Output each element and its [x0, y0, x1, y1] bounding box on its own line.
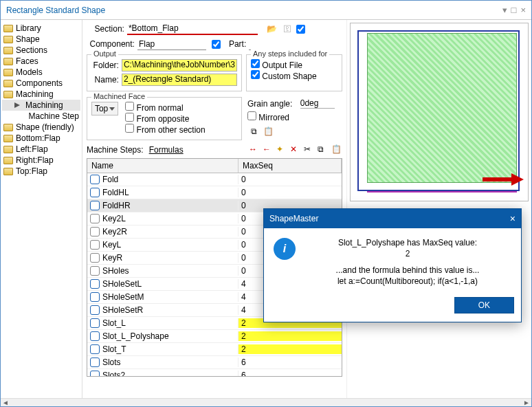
row-seq: 2 — [239, 344, 342, 354]
tree-item[interactable]: Library — [2, 23, 80, 34]
tree-item[interactable]: Top:Flap — [2, 166, 80, 177]
from-normal-checkbox[interactable]: From normal — [125, 103, 183, 113]
row-checkbox[interactable] — [90, 253, 100, 263]
row-checkbox[interactable] — [90, 318, 100, 328]
mirrored-checkbox[interactable]: Mirrored — [247, 113, 289, 122]
tree-item[interactable]: Faces — [2, 56, 80, 67]
tree-item[interactable]: Shape — [2, 34, 80, 45]
tree-item[interactable]: Sections — [2, 45, 80, 56]
row-name: KeyL — [102, 240, 121, 250]
part-input[interactable] — [249, 38, 304, 50]
tree-item[interactable]: Right:Flap — [2, 155, 80, 166]
scroll-right-icon[interactable]: ► — [522, 399, 531, 407]
component-input[interactable] — [137, 38, 206, 50]
section-checkbox[interactable] — [296, 25, 305, 34]
anysteps-group: Any steps included for Output File Custo… — [246, 54, 342, 91]
row-checkbox[interactable] — [90, 331, 100, 341]
folder-icon — [3, 124, 13, 131]
row-checkbox[interactable] — [90, 175, 100, 184]
table-row[interactable]: FoldHL0 — [87, 186, 342, 199]
tree-item[interactable]: Machining — [2, 100, 80, 111]
face-dropdown[interactable]: Top — [91, 102, 118, 116]
row-checkbox[interactable] — [90, 358, 100, 367]
row-checkbox[interactable] — [90, 188, 100, 197]
ok-button[interactable]: OK — [454, 297, 514, 314]
maximize-icon[interactable]: □ — [511, 5, 517, 15]
copy-grain-icon[interactable]: ⧉ — [247, 125, 260, 138]
row-name: Slot_L_Polyshape — [102, 331, 169, 341]
row-seq: 0 — [239, 175, 342, 184]
table-row[interactable]: Fold0 — [87, 173, 342, 186]
from-opposite-checkbox[interactable]: From opposite — [125, 114, 189, 124]
grain-value[interactable]: 0deg — [300, 98, 335, 109]
grain-group: Grain angle: 0deg Mirrored ⧉ 📋 — [246, 96, 342, 140]
section-label: Section: — [87, 24, 124, 34]
tree-item-label: Components — [16, 78, 63, 88]
copy-icon[interactable]: ⧉ — [318, 144, 329, 155]
folder-icon — [3, 58, 13, 65]
tree-item[interactable]: Machine Step — [2, 111, 80, 122]
folder-icon — [3, 69, 13, 76]
tree-item[interactable]: Bottom:Flap — [2, 133, 80, 144]
folder-icon — [3, 47, 13, 54]
new-icon[interactable]: ✦ — [276, 144, 287, 155]
scroll-left-icon[interactable]: ◄ — [1, 399, 10, 407]
name-input[interactable]: 2_(Rectangle Standard) — [122, 74, 237, 86]
undo-icon[interactable]: ← — [263, 144, 274, 155]
arrow-icon — [14, 102, 23, 109]
row-checkbox[interactable] — [90, 214, 100, 223]
horizontal-scrollbar[interactable]: ◄ ► — [1, 398, 531, 406]
table-row[interactable]: Slot_L_Polyshape2 — [87, 330, 342, 343]
tree-item[interactable]: Shape (friendly) — [2, 122, 80, 133]
customshape-checkbox[interactable]: Custom Shape — [251, 72, 317, 81]
row-checkbox[interactable] — [90, 371, 100, 377]
formulas-link[interactable]: Formulas — [149, 145, 184, 155]
tree-item[interactable]: Left:Flap — [2, 144, 80, 155]
titlebar: Rectangle Standard Shape ▾ □ × — [1, 1, 531, 20]
info-icon: i — [274, 238, 296, 260]
tree-item-label: Machining — [25, 100, 63, 110]
row-checkbox[interactable] — [90, 292, 100, 302]
col-seq-header[interactable]: MaxSeq — [239, 159, 342, 173]
swap-icon[interactable]: ↔ — [249, 144, 260, 155]
component-checkbox[interactable] — [212, 40, 221, 49]
row-checkbox[interactable] — [90, 344, 100, 354]
anysteps-legend: Any steps included for — [251, 50, 329, 58]
folder-input[interactable]: C:\Machining\theJobNumber\3 — [122, 59, 237, 72]
row-checkbox[interactable] — [90, 279, 100, 289]
name-label: Name: — [91, 75, 119, 85]
grain-label: Grain angle: — [247, 99, 292, 109]
section-key-icon[interactable]: ⚿ — [281, 23, 293, 35]
dialog-titlebar[interactable]: ShapeMaster × — [264, 209, 521, 228]
section-browse-icon[interactable]: 📂 — [266, 23, 278, 35]
folder-icon — [3, 168, 13, 175]
paste-grain-icon[interactable]: 📋 — [262, 125, 274, 138]
close-icon[interactable]: × — [520, 5, 526, 15]
dialog-text: Slot_L_Polyshape has MaxSeq value: 2 ...… — [304, 238, 511, 286]
row-checkbox[interactable] — [90, 227, 100, 236]
from-other-checkbox[interactable]: From other section — [125, 125, 205, 135]
table-row[interactable]: Slots26 — [87, 369, 342, 377]
delete-icon[interactable]: ✕ — [290, 144, 301, 155]
tree-item[interactable]: Machining — [2, 89, 80, 100]
minimize-icon[interactable]: ▾ — [502, 5, 507, 15]
outputfile-checkbox[interactable]: Output File — [251, 60, 302, 70]
row-checkbox[interactable] — [90, 201, 100, 210]
folder-icon — [3, 91, 13, 98]
row-checkbox[interactable] — [90, 240, 100, 250]
row-checkbox[interactable] — [90, 305, 100, 315]
row-name: FoldHR — [102, 201, 131, 210]
row-checkbox[interactable] — [90, 266, 100, 276]
tree-item[interactable]: Components — [2, 78, 80, 89]
table-row[interactable]: Slots6 — [87, 356, 342, 369]
steps-label: Machine Steps: — [87, 145, 144, 155]
col-name-header[interactable]: Name — [87, 159, 239, 173]
paste-icon[interactable]: 📋 — [331, 144, 342, 155]
dialog-close-icon[interactable]: × — [510, 213, 516, 224]
section-input[interactable] — [127, 23, 258, 35]
table-row[interactable]: Slot_T2 — [87, 343, 342, 356]
cut-icon[interactable]: ✂ — [304, 144, 315, 155]
tree-item[interactable]: Models — [2, 67, 80, 78]
row-name: FoldHL — [102, 188, 129, 197]
message-dialog: ShapeMaster × i Slot_L_Polyshape has Max… — [263, 208, 522, 322]
